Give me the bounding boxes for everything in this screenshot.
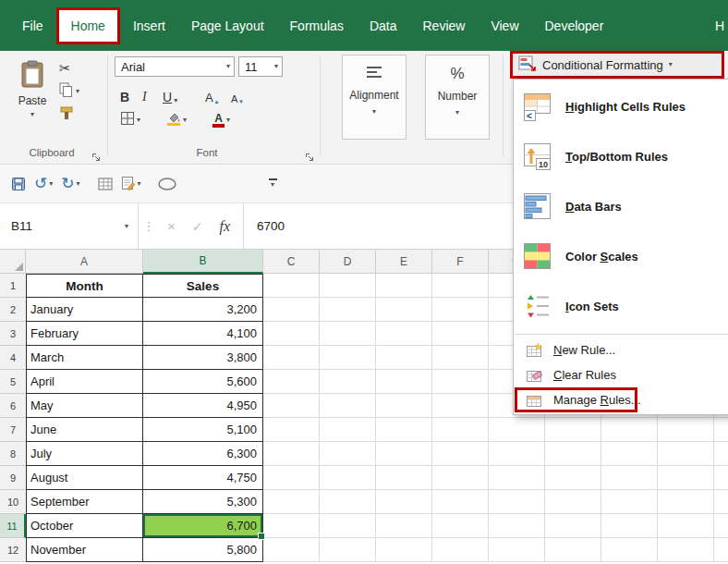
row-header-10[interactable]: 10 (0, 490, 26, 514)
cell-b10[interactable]: 5,300 (143, 490, 263, 514)
cell-a12[interactable]: November (26, 538, 143, 562)
cell-a10[interactable]: September (26, 490, 143, 514)
row-header-3[interactable]: 3 (0, 322, 26, 346)
row-header-6[interactable]: 6 (0, 394, 26, 418)
row-header-5[interactable]: 5 (0, 370, 26, 394)
cell-a9[interactable]: August (26, 466, 143, 490)
menu-item-new-rule[interactable]: New Rule... (514, 337, 728, 362)
cell-a4[interactable]: March (26, 346, 143, 370)
cell-b2[interactable]: 3,200 (143, 298, 263, 322)
cell-a3[interactable]: February (26, 322, 143, 346)
empty-cells[interactable] (263, 466, 728, 490)
cell-a2[interactable]: January (26, 298, 143, 322)
conditional-formatting-button[interactable]: Conditional Formatting ▾ (510, 51, 724, 79)
font-name-combo[interactable]: Arial ▾ (115, 56, 235, 77)
column-header-c[interactable]: C (263, 250, 320, 274)
row-header-8[interactable]: 8 (0, 442, 26, 466)
cell-b5[interactable]: 5,600 (143, 370, 263, 394)
tab-file[interactable]: File (9, 0, 56, 51)
clipboard-dialog-launcher[interactable] (91, 149, 103, 160)
table-grid-button[interactable] (98, 178, 113, 190)
row-header-4[interactable]: 4 (0, 346, 26, 370)
tab-formulas[interactable]: Formulas (277, 0, 357, 51)
cell-a1[interactable]: Month (26, 274, 143, 298)
tab-home[interactable]: Home (56, 7, 120, 44)
number-group-button[interactable]: % Number ▾ (425, 55, 490, 140)
column-header-e[interactable]: E (376, 250, 432, 274)
column-header-a[interactable]: A (26, 250, 143, 274)
cell-b9[interactable]: 4,750 (143, 466, 263, 490)
menu-item-clear-rules[interactable]: Clear Rules (514, 362, 728, 387)
fill-color-button[interactable]: ▾ (166, 110, 187, 130)
save-button[interactable] (11, 177, 26, 191)
row-header-12[interactable]: 12 (0, 538, 26, 562)
name-box-dropdown-icon[interactable]: ▾ (125, 223, 128, 230)
tab-insert[interactable]: Insert (120, 0, 178, 51)
select-all-corner[interactable] (0, 250, 26, 274)
row-header-9[interactable]: 9 (0, 466, 26, 490)
alignment-group-button[interactable]: Alignment ▾ (342, 55, 406, 140)
tab-developer[interactable]: Developer (532, 0, 617, 51)
cell-b6[interactable]: 4,950 (143, 394, 263, 418)
tab-review[interactable]: Review (410, 0, 479, 51)
format-painter-button[interactable] (59, 104, 74, 125)
italic-button[interactable]: I (142, 84, 147, 104)
formula-bar-splitter[interactable]: ⋮ (139, 219, 159, 233)
name-box[interactable]: B11 ▾ (0, 203, 139, 249)
cell-b1[interactable]: Sales (143, 274, 263, 298)
empty-cells[interactable] (263, 418, 728, 442)
column-header-b[interactable]: B (143, 250, 263, 274)
row-header-2[interactable]: 2 (0, 298, 26, 322)
menu-item-icon-sets[interactable]: Icon Sets (514, 281, 728, 331)
formula-bar-input[interactable]: 6700 (244, 219, 285, 233)
copy-button[interactable]: ▾ (59, 81, 79, 102)
cut-button[interactable]: ✂ (59, 58, 71, 79)
paste-button[interactable]: Paste ▾ (11, 55, 54, 143)
font-color-button[interactable]: A ▾ (212, 110, 230, 130)
empty-cells[interactable] (263, 442, 728, 466)
empty-cells[interactable] (263, 538, 728, 562)
cell-a8[interactable]: July (26, 442, 143, 466)
column-header-d[interactable]: D (320, 250, 376, 274)
cell-a7[interactable]: June (26, 418, 143, 442)
cell-b4[interactable]: 3,800 (143, 346, 263, 370)
row-header-11[interactable]: 11 (0, 514, 26, 538)
redo-dropdown-icon[interactable]: ▾ (77, 180, 80, 188)
fill-handle[interactable] (258, 533, 265, 540)
row-header-7[interactable]: 7 (0, 418, 26, 442)
empty-cells[interactable] (263, 514, 728, 538)
cell-b12[interactable]: 5,800 (143, 538, 263, 562)
tab-help-clipped[interactable]: H (702, 0, 728, 51)
shrink-font-button[interactable]: A▾ (231, 84, 243, 104)
font-size-combo[interactable]: 11 ▾ (238, 56, 283, 77)
edit-document-button[interactable]: ▾ (121, 176, 141, 191)
cell-a6[interactable]: May (26, 394, 143, 418)
undo-button[interactable]: ↺▾ (34, 176, 53, 191)
cancel-button[interactable]: × (167, 218, 176, 234)
insert-function-button[interactable]: fx (220, 218, 231, 235)
cell-b7[interactable]: 5,100 (143, 418, 263, 442)
menu-item-color-scales[interactable]: Color Scales (514, 231, 728, 281)
cell-b11-selected[interactable]: 6,700 (143, 514, 263, 538)
bold-button[interactable]: B (120, 84, 129, 104)
grow-font-button[interactable]: A▴ (205, 84, 218, 104)
cell-a5[interactable]: April (26, 370, 143, 394)
customize-qat-button[interactable]: ▾ (269, 178, 277, 189)
menu-item-top-bottom-rules[interactable]: 10 Top/Bottom Rules (514, 131, 728, 181)
redo-button[interactable]: ↻▾ (61, 176, 79, 191)
tab-data[interactable]: Data (357, 0, 410, 51)
underline-button[interactable]: U▾ (163, 84, 177, 104)
cell-b3[interactable]: 4,100 (143, 322, 263, 346)
cell-a11[interactable]: October (26, 514, 143, 538)
menu-item-highlight-cells-rules[interactable]: < Highlight Cells Rules (514, 81, 728, 131)
column-header-f[interactable]: F (432, 250, 489, 274)
borders-button[interactable]: ▾ (120, 110, 140, 130)
font-dialog-launcher[interactable] (305, 149, 316, 160)
cell-b8[interactable]: 6,300 (143, 442, 263, 466)
oval-shape-button[interactable] (157, 177, 177, 191)
tab-view[interactable]: View (478, 0, 531, 51)
menu-item-data-bars[interactable]: Data Bars (514, 181, 728, 231)
undo-dropdown-icon[interactable]: ▾ (49, 180, 53, 188)
enter-button[interactable]: ✓ (192, 219, 203, 234)
empty-cells[interactable] (263, 490, 728, 514)
